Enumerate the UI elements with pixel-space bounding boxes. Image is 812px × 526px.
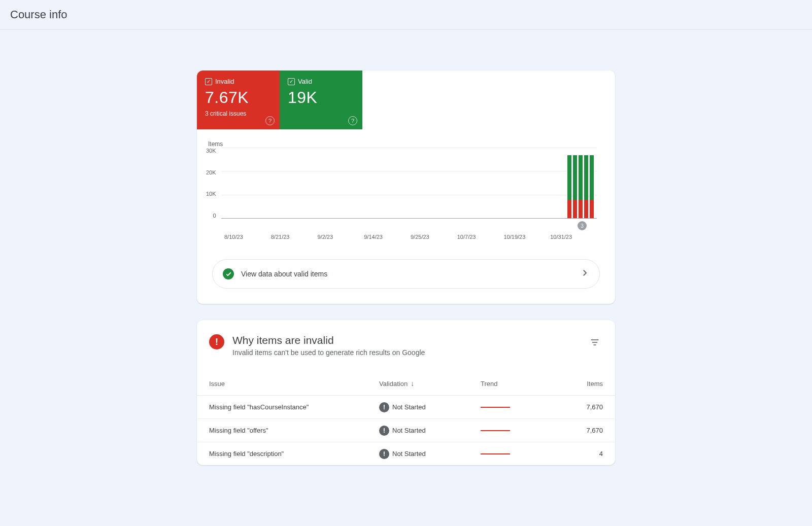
issue-items: 4: [557, 450, 603, 458]
issue-items: 7,670: [557, 427, 603, 434]
warning-icon: !: [379, 402, 389, 412]
main-content: ✓ Invalid 7.67K 3 critical issues ? ✓ Va…: [0, 30, 812, 496]
svg-rect-0: [591, 339, 599, 340]
issue-validation: !Not Started: [379, 402, 481, 412]
issue-items: 7,670: [557, 403, 603, 411]
chart-x-axis: 8/10/23 8/21/23 9/2/23 9/14/23 9/25/23 1…: [224, 219, 597, 240]
trend-spark-icon: [481, 430, 510, 431]
sort-desc-icon: ↓: [411, 379, 414, 388]
issues-table-header: Issue Validation ↓ Trend Items: [197, 372, 615, 395]
error-icon: !: [209, 334, 224, 349]
view-valid-items-link[interactable]: View data about valid items: [212, 259, 600, 289]
issue-trend: [481, 453, 557, 454]
warning-icon: !: [379, 426, 389, 436]
issues-title: Why items are invalid: [232, 334, 579, 346]
page-header: Course info: [0, 0, 812, 30]
chart-bar[interactable]: [573, 155, 577, 218]
warning-icon: !: [379, 449, 389, 459]
trend-spark-icon: [481, 453, 510, 454]
items-chart: Items 30K 20K 10K 0 3 8/10/23 8/2: [197, 129, 615, 243]
view-valid-label: View data about valid items: [241, 270, 573, 278]
chart-plot-area[interactable]: 3: [221, 148, 597, 219]
stat-tabs: ✓ Invalid 7.67K 3 critical issues ? ✓ Va…: [197, 71, 615, 129]
col-items-header[interactable]: Items: [557, 380, 603, 388]
tab-valid-label: Valid: [298, 78, 312, 85]
col-trend-header[interactable]: Trend: [481, 380, 557, 388]
invalid-subtext: 3 critical issues: [205, 110, 272, 117]
checkbox-icon: ✓: [288, 78, 295, 85]
issue-trend: [481, 430, 557, 431]
issue-row[interactable]: Missing field "hasCourseInstance"!Not St…: [197, 395, 615, 418]
chart-y-axis: 30K 20K 10K 0: [206, 148, 221, 219]
issue-trend: [481, 407, 557, 408]
chevron-right-icon: [580, 268, 589, 279]
tab-invalid[interactable]: ✓ Invalid 7.67K 3 critical issues ?: [197, 71, 280, 129]
chart-bar[interactable]: [579, 155, 583, 218]
col-issue-header[interactable]: Issue: [209, 380, 379, 388]
page-title: Course info: [10, 8, 802, 21]
invalid-count: 7.67K: [205, 88, 272, 107]
tab-invalid-label: Invalid: [215, 78, 234, 85]
valid-count: 19K: [288, 88, 354, 107]
checkbox-icon: ✓: [205, 78, 212, 85]
help-icon[interactable]: ?: [348, 116, 357, 125]
issue-row[interactable]: Missing field "offers"!Not Started7,670: [197, 418, 615, 442]
issue-name: Missing field "hasCourseInstance": [209, 403, 379, 411]
issues-card: ! Why items are invalid Invalid items ca…: [197, 320, 615, 465]
filter-icon[interactable]: [587, 334, 603, 353]
check-circle-icon: [223, 268, 234, 279]
issue-row[interactable]: Missing field "description"!Not Started4: [197, 442, 615, 465]
issue-validation: !Not Started: [379, 449, 481, 459]
issue-name: Missing field "offers": [209, 427, 379, 434]
issue-validation: !Not Started: [379, 426, 481, 436]
overview-card: ✓ Invalid 7.67K 3 critical issues ? ✓ Va…: [197, 71, 615, 304]
chart-bar[interactable]: [584, 155, 588, 218]
col-validation-header[interactable]: Validation ↓: [379, 379, 481, 388]
chart-bar[interactable]: [567, 155, 571, 218]
chart-bar[interactable]: [590, 155, 594, 218]
chart-y-label: Items: [208, 141, 597, 148]
svg-rect-1: [592, 342, 597, 343]
issues-subtitle: Invalid items can't be used to generate …: [232, 348, 579, 357]
tab-valid[interactable]: ✓ Valid 19K ?: [280, 71, 362, 129]
issue-name: Missing field "description": [209, 450, 379, 458]
help-icon[interactable]: ?: [265, 116, 275, 125]
svg-rect-2: [594, 344, 596, 345]
trend-spark-icon: [481, 407, 510, 408]
event-badge[interactable]: 3: [578, 221, 587, 230]
